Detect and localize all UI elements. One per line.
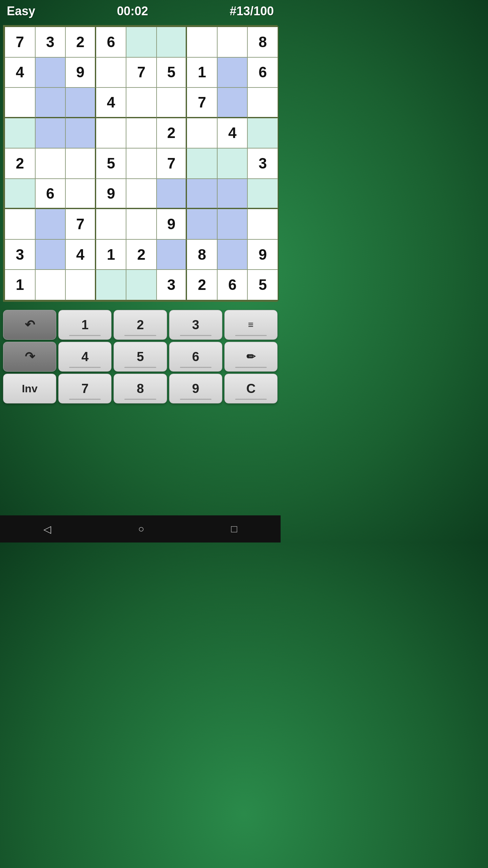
recents-nav-icon[interactable]: □ <box>231 523 237 535</box>
cell-r3-c3[interactable] <box>96 118 126 149</box>
cell-r8-c6[interactable]: 2 <box>187 270 217 300</box>
cell-r8-c2[interactable] <box>65 270 96 300</box>
cell-r0-c2[interactable]: 2 <box>65 27 96 57</box>
cell-r7-c8[interactable]: 9 <box>247 239 278 270</box>
cell-r2-c8[interactable] <box>247 87 278 118</box>
cell-r3-c7[interactable]: 4 <box>217 118 248 149</box>
cell-r0-c3[interactable]: 6 <box>96 27 126 57</box>
cell-r0-c7[interactable] <box>217 27 248 57</box>
key-inv-button[interactable]: Inv <box>3 374 56 403</box>
key-number-button[interactable]: 8 <box>114 374 167 403</box>
cell-r5-c0[interactable] <box>5 179 35 209</box>
cell-r5-c4[interactable] <box>126 179 157 209</box>
cell-r4-c2[interactable] <box>65 148 96 179</box>
cell-r7-c5[interactable] <box>157 239 187 270</box>
cell-r0-c1[interactable]: 3 <box>35 27 66 57</box>
cell-r3-c5[interactable]: 2 <box>157 118 187 149</box>
cell-r6-c2[interactable]: 7 <box>65 209 96 239</box>
cell-r4-c0[interactable]: 2 <box>5 148 35 179</box>
cell-r6-c8[interactable] <box>247 209 278 239</box>
cell-r6-c7[interactable] <box>217 209 248 239</box>
cell-r2-c1[interactable] <box>35 87 66 118</box>
cell-r4-c4[interactable] <box>126 148 157 179</box>
cell-r7-c3[interactable]: 1 <box>96 239 126 270</box>
cell-r1-c3[interactable] <box>96 57 126 88</box>
key-number-button[interactable]: 9 <box>169 374 222 403</box>
cell-r1-c8[interactable]: 6 <box>247 57 278 88</box>
cell-r3-c6[interactable] <box>187 118 217 149</box>
cell-r0-c6[interactable] <box>187 27 217 57</box>
cell-r7-c7[interactable] <box>217 239 248 270</box>
home-nav-icon[interactable]: ○ <box>138 523 144 535</box>
cell-r8-c1[interactable] <box>35 270 66 300</box>
cell-r7-c1[interactable] <box>35 239 66 270</box>
cell-r7-c2[interactable]: 4 <box>65 239 96 270</box>
cell-r6-c1[interactable] <box>35 209 66 239</box>
cell-r1-c2[interactable]: 9 <box>65 57 96 88</box>
cell-r4-c6[interactable] <box>187 148 217 179</box>
cell-r1-c4[interactable]: 7 <box>126 57 157 88</box>
cell-r7-c6[interactable]: 8 <box>187 239 217 270</box>
cell-r5-c2[interactable] <box>65 179 96 209</box>
cell-r3-c1[interactable] <box>35 118 66 149</box>
cell-r4-c7[interactable] <box>217 148 248 179</box>
cell-r8-c3[interactable] <box>96 270 126 300</box>
cell-r2-c5[interactable] <box>157 87 187 118</box>
cell-r1-c5[interactable]: 5 <box>157 57 187 88</box>
cell-r6-c0[interactable] <box>5 209 35 239</box>
cell-r8-c0[interactable]: 1 <box>5 270 35 300</box>
key-pencil-button[interactable]: ✏ <box>224 342 278 372</box>
key-number-button[interactable]: 1 <box>58 310 111 340</box>
cell-r4-c3[interactable]: 5 <box>96 148 126 179</box>
cell-r2-c0[interactable] <box>5 87 35 118</box>
cell-r4-c8[interactable]: 3 <box>247 148 278 179</box>
cell-r5-c8[interactable] <box>247 179 278 209</box>
cell-r1-c0[interactable]: 4 <box>5 57 35 88</box>
cell-r2-c6[interactable]: 7 <box>187 87 217 118</box>
cell-r6-c4[interactable] <box>126 209 157 239</box>
cell-r6-c6[interactable] <box>187 209 217 239</box>
cell-r1-c7[interactable] <box>217 57 248 88</box>
cell-r5-c7[interactable] <box>217 179 248 209</box>
cell-r6-c5[interactable]: 9 <box>157 209 187 239</box>
key-number-button[interactable]: 4 <box>58 342 111 372</box>
cell-r0-c0[interactable]: 7 <box>5 27 35 57</box>
cell-r5-c6[interactable] <box>187 179 217 209</box>
cell-r3-c4[interactable] <box>126 118 157 149</box>
key-number-button[interactable]: 6 <box>169 342 222 372</box>
cell-r0-c5[interactable] <box>157 27 187 57</box>
cell-r2-c7[interactable] <box>217 87 248 118</box>
cell-r2-c2[interactable] <box>65 87 96 118</box>
cell-r1-c6[interactable]: 1 <box>187 57 217 88</box>
cell-r8-c8[interactable]: 5 <box>247 270 278 300</box>
cell-r2-c3[interactable]: 4 <box>96 87 126 118</box>
cell-r4-c1[interactable] <box>35 148 66 179</box>
cell-r2-c4[interactable] <box>126 87 157 118</box>
header: Easy 00:02 #13/100 <box>0 0 281 22</box>
cell-r3-c0[interactable] <box>5 118 35 149</box>
cell-r5-c5[interactable] <box>157 179 187 209</box>
cell-r0-c4[interactable] <box>126 27 157 57</box>
cell-r8-c5[interactable]: 3 <box>157 270 187 300</box>
cell-r6-c3[interactable] <box>96 209 126 239</box>
cell-r7-c4[interactable]: 2 <box>126 239 157 270</box>
cell-r0-c8[interactable]: 8 <box>247 27 278 57</box>
key-undo-button[interactable]: ↶ <box>3 310 56 340</box>
cell-r8-c4[interactable] <box>126 270 157 300</box>
key-redo-button[interactable]: ↷ <box>3 342 56 372</box>
cell-r7-c0[interactable]: 3 <box>5 239 35 270</box>
cell-r4-c5[interactable]: 7 <box>157 148 187 179</box>
key-number-button[interactable]: 2 <box>114 310 167 340</box>
cell-r3-c2[interactable] <box>65 118 96 149</box>
key-number-button[interactable]: 5 <box>114 342 167 372</box>
key-number-button[interactable]: 3 <box>169 310 222 340</box>
key-clear-button[interactable]: C <box>224 374 278 403</box>
cell-r5-c3[interactable]: 9 <box>96 179 126 209</box>
key-number-button[interactable]: 7 <box>58 374 111 403</box>
cell-r1-c1[interactable] <box>35 57 66 88</box>
cell-r5-c1[interactable]: 6 <box>35 179 66 209</box>
back-nav-icon[interactable]: ◁ <box>43 523 51 535</box>
key-menu-button[interactable]: ≡ <box>224 310 278 340</box>
cell-r3-c8[interactable] <box>247 118 278 149</box>
cell-r8-c7[interactable]: 6 <box>217 270 248 300</box>
